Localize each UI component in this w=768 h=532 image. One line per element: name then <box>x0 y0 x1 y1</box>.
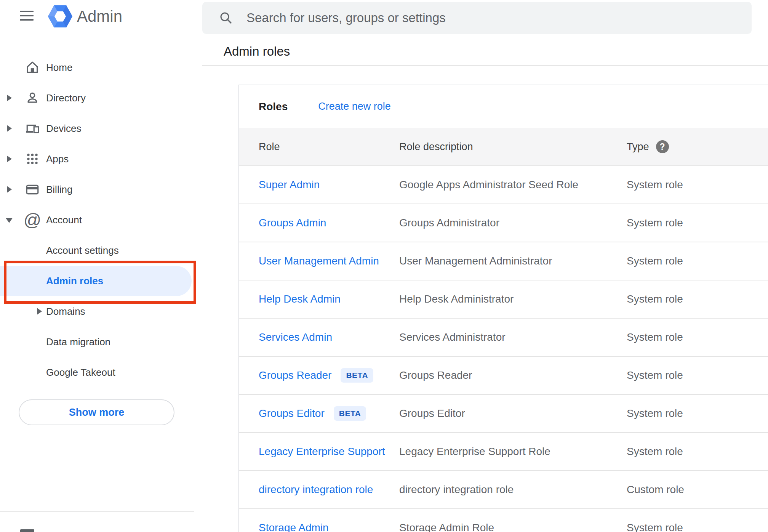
role-description: User Management Administrator <box>399 255 627 267</box>
sidebar-item-label: Apps <box>46 153 69 165</box>
role-type: System role <box>627 445 768 458</box>
column-header-role: Role <box>259 141 399 153</box>
role-link[interactable]: directory integration role <box>259 484 373 496</box>
search-input[interactable] <box>246 10 752 26</box>
role-link[interactable]: User Management Admin <box>259 255 379 267</box>
sidebar-item-label: Home <box>46 62 72 74</box>
sidebar-item-label: Data migration <box>46 336 110 348</box>
role-description: Groups Editor <box>399 407 627 420</box>
help-icon[interactable]: ? <box>656 140 669 153</box>
role-type: System role <box>627 217 768 229</box>
table-header-row: Role Role description Type ? <box>239 128 768 165</box>
table-row: Super Admin Google Apps Administrator Se… <box>239 165 768 204</box>
sidebar-item-label: Account settings <box>46 245 119 256</box>
table-row: Services Admin Services Administrator Sy… <box>239 318 768 356</box>
sidebar-item-domains[interactable]: Domains <box>0 296 202 327</box>
role-description: Legacy Enterprise Support Role <box>399 445 627 458</box>
expand-arrow-icon[interactable] <box>7 125 12 132</box>
role-link[interactable]: Storage Admin <box>259 522 329 532</box>
table-row: User Management Admin User Management Ad… <box>239 242 768 280</box>
role-link[interactable]: Groups Admin <box>259 217 326 229</box>
role-link[interactable]: Services Admin <box>259 331 332 343</box>
roles-card: Roles Create new role Role Role descript… <box>238 85 768 532</box>
admin-console-screen: Admin Home Di <box>0 0 768 532</box>
content-divider <box>202 65 768 66</box>
role-link[interactable]: Groups Editor <box>259 407 325 420</box>
role-link[interactable]: Groups Reader <box>259 369 331 381</box>
column-header-description: Role description <box>399 141 627 153</box>
partial-bottom-icon <box>20 529 34 532</box>
sidebar-item-admin-roles[interactable]: Admin roles <box>0 266 202 296</box>
sidebar-item-directory[interactable]: Directory <box>0 83 202 113</box>
table-row: directory integration role directory int… <box>239 470 768 508</box>
role-type: Custom role <box>627 484 768 496</box>
sidebar-item-label: Directory <box>46 92 86 104</box>
sidebar-item-label: Billing <box>46 184 72 195</box>
role-link[interactable]: Help Desk Admin <box>259 293 341 305</box>
role-description: Groups Reader <box>399 369 627 381</box>
apps-grid-icon <box>25 152 40 166</box>
devices-icon <box>25 121 40 136</box>
sidebar-item-label: Google Takeout <box>46 367 115 378</box>
collapse-arrow-icon[interactable] <box>6 218 13 223</box>
expand-arrow-icon[interactable] <box>7 155 12 162</box>
beta-badge: BETA <box>334 406 366 421</box>
expand-arrow-icon[interactable] <box>37 308 42 315</box>
sidebar-item-google-takeout[interactable]: Google Takeout <box>0 357 202 388</box>
card-title: Roles <box>259 101 288 113</box>
create-new-role-link[interactable]: Create new role <box>318 101 391 112</box>
sidebar-divider <box>0 511 194 512</box>
search-bar[interactable] <box>202 2 752 34</box>
role-description: Storage Admin Role <box>399 522 627 532</box>
sidebar-item-billing[interactable]: Billing <box>0 174 202 205</box>
hamburger-menu-icon[interactable] <box>20 11 34 21</box>
at-sign-icon: @ <box>25 213 40 227</box>
table-row: Help Desk Admin Help Desk Administrator … <box>239 280 768 318</box>
sidebar-item-label: Admin roles <box>46 275 103 287</box>
role-type: System role <box>627 407 768 420</box>
role-link[interactable]: Super Admin <box>259 179 320 191</box>
home-icon <box>25 60 40 75</box>
role-description: Google Apps Administrator Seed Role <box>399 179 627 191</box>
column-header-type: Type ? <box>627 140 768 153</box>
table-row: Legacy Enterprise Support Legacy Enterpr… <box>239 432 768 470</box>
sidebar-item-apps[interactable]: Apps <box>0 144 202 174</box>
admin-logo-icon <box>48 5 72 28</box>
sidebar-item-account[interactable]: @ Account <box>0 205 202 235</box>
column-header-type-label: Type <box>627 141 649 153</box>
sidebar-item-label: Domains <box>46 306 85 317</box>
sidebar-item-devices[interactable]: Devices <box>0 113 202 144</box>
role-type: System role <box>627 522 768 532</box>
sidebar-item-account-settings[interactable]: Account settings <box>0 235 202 266</box>
role-description: Groups Administrator <box>399 217 627 229</box>
product-name: Admin <box>77 7 122 26</box>
role-type: System role <box>627 331 768 343</box>
role-link[interactable]: Legacy Enterprise Support <box>259 445 385 458</box>
show-more-button[interactable]: Show more <box>19 399 174 425</box>
role-type: System role <box>627 293 768 305</box>
expand-arrow-icon[interactable] <box>7 95 12 101</box>
search-icon <box>219 11 233 25</box>
beta-badge: BETA <box>341 368 373 383</box>
role-type: System role <box>627 255 768 267</box>
sidebar-item-data-migration[interactable]: Data migration <box>0 327 202 357</box>
role-description: Help Desk Administrator <box>399 293 627 305</box>
expand-arrow-icon[interactable] <box>7 186 12 193</box>
sidebar-item-label: Devices <box>46 123 81 135</box>
sidebar-item-label: Account <box>46 214 82 226</box>
role-type: System role <box>627 369 768 381</box>
table-row: Groups Admin Groups Administrator System… <box>239 204 768 242</box>
billing-card-icon <box>25 182 40 197</box>
role-description: Services Administrator <box>399 331 627 343</box>
breadcrumb: Admin roles <box>224 44 290 59</box>
sidebar: Home Directory Devices <box>0 52 202 388</box>
role-type: System role <box>627 179 768 191</box>
table-row: Groups Reader BETA Groups Reader System … <box>239 356 768 394</box>
person-icon <box>25 91 40 105</box>
table-row: Groups Editor BETA Groups Editor System … <box>239 394 768 432</box>
table-row: Storage Admin Storage Admin Role System … <box>239 508 768 532</box>
sidebar-item-home[interactable]: Home <box>0 52 202 83</box>
role-description: directory integration role <box>399 484 627 496</box>
